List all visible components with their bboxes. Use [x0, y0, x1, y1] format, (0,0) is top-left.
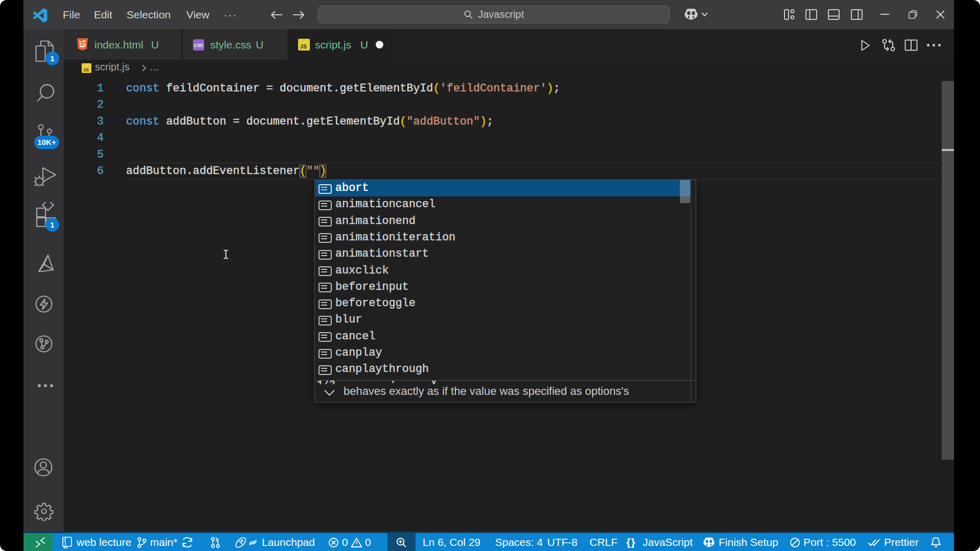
svg-text:JS: JS — [83, 67, 89, 72]
svg-text:JS: JS — [300, 43, 307, 49]
svg-text:CSS: CSS — [194, 43, 203, 48]
